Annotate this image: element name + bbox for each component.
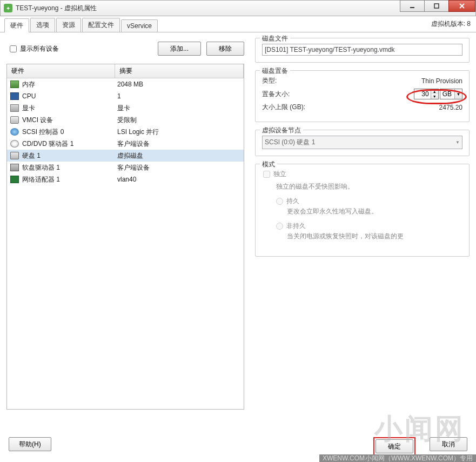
hardware-summary: 客户端设备 <box>117 139 244 149</box>
hardware-summary: 虚拟磁盘 <box>117 151 244 160</box>
col-header-summary[interactable]: 摘要 <box>115 64 244 78</box>
mode-nonpersistent-desc: 当关闭电源或恢复快照时，对该磁盘的更 <box>287 232 462 241</box>
hardware-summary: 受限制 <box>117 116 244 125</box>
hardware-summary: vlan40 <box>117 176 244 183</box>
hardware-name: 软盘驱动器 1 <box>22 163 117 172</box>
hardware-icon <box>10 104 19 112</box>
hardware-table: 硬件 摘要 内存2048 MBCPU1显卡显卡VMCI 设备受限制SCSI 控制… <box>6 64 244 410</box>
disk-file-legend: 磁盘文件 <box>260 34 290 43</box>
mode-persistent-desc: 更改会立即永久性地写入磁盘。 <box>287 207 462 216</box>
hardware-icon <box>10 116 19 124</box>
hardware-name: CPU <box>22 92 117 100</box>
hardware-name: 显卡 <box>22 104 117 113</box>
watermark-bar: XWENW.COM 小闻网（WWW.XWENW.COM）专用 <box>319 454 476 462</box>
hardware-row[interactable]: 硬盘 1虚拟磁盘 <box>7 150 244 162</box>
hardware-row[interactable]: CD/DVD 驱动器 1客户端设备 <box>7 138 244 150</box>
hardware-row[interactable]: 网络适配器 1vlan40 <box>7 173 244 185</box>
prov-size-spinner[interactable]: ▲▼ <box>414 89 439 99</box>
hardware-icon <box>10 164 19 171</box>
hardware-icon <box>10 81 19 88</box>
mode-nonpersistent-label: 非持久 <box>286 222 306 231</box>
hardware-row[interactable]: CPU1 <box>7 90 244 102</box>
hardware-row[interactable]: SCSI 控制器 0LSI Logic 并行 <box>7 126 244 138</box>
disk-provision-group: 磁盘置备 类型: Thin Provision 置备大小: ▲▼ GB ▼ <box>255 70 470 122</box>
hardware-table-header: 硬件 摘要 <box>7 64 244 78</box>
hardware-row[interactable]: 软盘驱动器 1客户端设备 <box>7 162 244 173</box>
add-button[interactable]: 添加... <box>158 42 201 56</box>
footer: 帮助(H) 确定 取消 <box>0 437 476 456</box>
titlebar: ✦ TEST-yueyong - 虚拟机属性 <box>0 0 476 16</box>
hardware-row[interactable]: 内存2048 MB <box>7 78 244 90</box>
hardware-icon <box>10 92 19 100</box>
remove-button[interactable]: 移除 <box>206 42 244 56</box>
hardware-name: 网络适配器 1 <box>22 175 117 184</box>
hardware-summary: 1 <box>117 92 244 100</box>
ok-button[interactable]: 确定 <box>376 439 413 453</box>
disk-provision-legend: 磁盘置备 <box>260 66 290 76</box>
mode-legend: 模式 <box>260 160 277 169</box>
annotation-ok-highlight: 确定 <box>373 437 415 456</box>
mode-independent-desc: 独立的磁盘不受快照影响。 <box>276 182 462 191</box>
chevron-down-icon: ▼ <box>455 140 460 145</box>
minimize-button[interactable] <box>400 0 425 12</box>
hardware-summary: 显卡 <box>117 104 244 113</box>
tab-resources[interactable]: 资源 <box>56 18 81 32</box>
show-all-devices-checkbox[interactable]: 显示所有设备 <box>10 44 59 53</box>
prov-size-label: 置备大小: <box>262 90 332 99</box>
prov-type-value: Thin Provision <box>332 77 462 85</box>
hardware-row[interactable]: VMCI 设备受限制 <box>7 114 244 126</box>
tabbar: 硬件 选项 资源 配置文件 vService 虚拟机版本: 8 <box>0 16 476 32</box>
hardware-name: VMCI 设备 <box>22 116 117 125</box>
spinner-down-icon[interactable]: ▼ <box>431 94 438 99</box>
col-header-hardware[interactable]: 硬件 <box>7 64 115 78</box>
virtual-node-group: 虚拟设备节点 SCSI (0:0) 硬盘 1 ▼ <box>255 130 470 156</box>
mode-nonpersistent-radio <box>276 222 283 231</box>
mode-group: 模式 独立 独立的磁盘不受快照影响。 持久 更改会立即永久性地写入磁盘。 非持久… <box>255 164 470 257</box>
prov-size-input[interactable] <box>414 89 431 99</box>
hardware-icon <box>10 128 19 136</box>
hardware-name: 硬盘 1 <box>22 151 117 160</box>
hardware-name: SCSI 控制器 0 <box>22 128 117 137</box>
prov-size-unit-combo[interactable]: GB ▼ <box>440 89 462 99</box>
prov-size-unit-value: GB <box>440 90 454 98</box>
hardware-name: CD/DVD 驱动器 1 <box>22 139 117 149</box>
prov-max-label: 大小上限 (GB): <box>262 103 332 112</box>
disk-file-group: 磁盘文件 <box>255 38 470 63</box>
hardware-summary: LSI Logic 并行 <box>117 128 244 137</box>
app-icon: ✦ <box>4 4 12 12</box>
window-title: TEST-yueyong - 虚拟机属性 <box>16 4 400 13</box>
mode-independent-label: 独立 <box>273 170 286 179</box>
tab-profiles[interactable]: 配置文件 <box>82 18 120 32</box>
prov-max-value: 2475.20 <box>332 104 462 111</box>
show-all-devices-input[interactable] <box>10 45 17 52</box>
help-button[interactable]: 帮助(H) <box>9 437 51 451</box>
show-all-devices-label: 显示所有设备 <box>20 44 59 53</box>
close-button[interactable] <box>448 0 475 12</box>
prov-type-label: 类型: <box>262 76 332 85</box>
mode-persistent-label: 持久 <box>286 197 299 206</box>
mode-independent-checkbox <box>263 170 270 179</box>
spinner-up-icon[interactable]: ▲ <box>431 89 438 94</box>
virtual-node-select: SCSI (0:0) 硬盘 1 ▼ <box>262 136 462 149</box>
mode-persistent-radio <box>276 197 283 206</box>
hardware-summary: 2048 MB <box>117 81 244 88</box>
tab-hardware[interactable]: 硬件 <box>4 18 29 32</box>
watermark-bar-right: 小闻网（WWW.XWENW.COM）专用 <box>365 454 473 463</box>
chevron-down-icon[interactable]: ▼ <box>454 89 462 99</box>
hardware-row[interactable]: 显卡显卡 <box>7 102 244 114</box>
hardware-name: 内存 <box>22 80 117 89</box>
hardware-icon <box>10 152 19 159</box>
virtual-node-value: SCSI (0:0) 硬盘 1 <box>265 138 315 147</box>
svg-rect-1 <box>434 4 439 8</box>
vm-version-label: 虚拟机版本: 8 <box>431 19 471 29</box>
watermark-bar-left: XWENW.COM <box>323 454 365 462</box>
tab-options[interactable]: 选项 <box>30 18 55 32</box>
cancel-button[interactable]: 取消 <box>430 437 467 451</box>
maximize-button[interactable] <box>424 0 449 12</box>
hardware-summary: 客户端设备 <box>117 163 244 172</box>
disk-file-input[interactable] <box>262 44 462 56</box>
tab-vservice[interactable]: vService <box>121 19 158 32</box>
virtual-node-legend: 虚拟设备节点 <box>260 126 303 135</box>
hardware-icon <box>10 140 19 148</box>
hardware-icon <box>10 176 19 183</box>
